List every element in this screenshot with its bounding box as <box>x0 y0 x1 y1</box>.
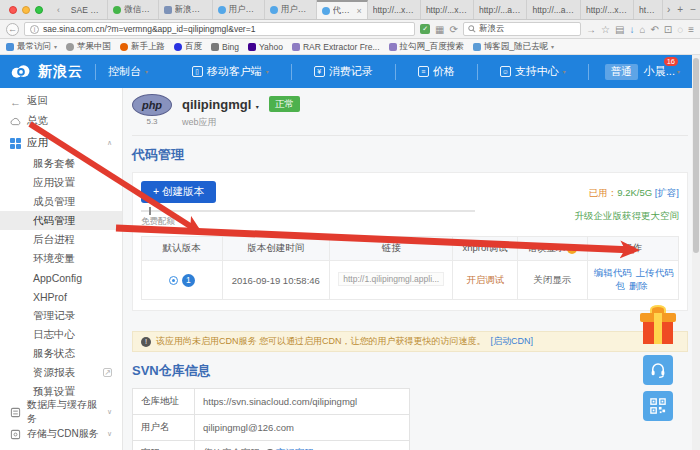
tab-wechat[interactable]: 微信公众... <box>108 0 158 19</box>
tab-overflow-icon[interactable]: › <box>667 4 670 15</box>
qr-code-button[interactable] <box>643 391 673 421</box>
bookmark-baidu[interactable]: 百度 <box>174 41 202 53</box>
sidebar-back[interactable]: ← 返回 <box>0 88 122 110</box>
tab-user-center-1[interactable]: 用户中心 ... <box>213 0 265 19</box>
bookmark-cnblogs-folder[interactable]: 博客园_随已去呢▾ <box>473 41 554 53</box>
downloads-icon[interactable]: ↓ <box>629 24 634 35</box>
mobile-client-menu[interactable]: ▯ 移动客户端 ▾ <box>182 64 279 79</box>
back-icon[interactable]: ← <box>6 23 19 36</box>
sidebar-item-member-management[interactable]: 成员管理 <box>0 192 122 211</box>
chevron-down-icon[interactable]: ▾ <box>256 104 259 110</box>
yahoo-icon <box>248 43 256 51</box>
sidebar-item-resource-report[interactable]: 资源报表↗ <box>0 363 122 382</box>
search-input[interactable]: 新浪云 <box>463 22 581 36</box>
error-display-state[interactable]: 关闭显示 <box>517 261 587 300</box>
bookmark-getting-started[interactable]: 新手上路 <box>120 41 165 53</box>
sidebar-item-service-status[interactable]: 服务状态 <box>0 344 122 363</box>
customer-service-button[interactable] <box>643 355 673 385</box>
tab-scroll-left-icon[interactable]: ‹ <box>51 0 66 19</box>
sidebar-group-database-cache[interactable]: 数据库与缓存服务 ∨ <box>0 401 122 423</box>
sidebar-item-code-management[interactable]: 代码管理 <box>0 211 122 230</box>
tab-sae-editor[interactable]: SAE Editor <box>66 0 108 19</box>
minimize-window-button[interactable] <box>22 6 30 14</box>
chevron-down-icon: ∨ <box>107 430 112 438</box>
star-icon[interactable]: ☆ <box>601 24 610 35</box>
item-label: 成员管理 <box>33 195 75 209</box>
sidebar-item-xhprof[interactable]: XHProf <box>0 287 122 306</box>
tab-xin-php-1[interactable]: http://...xin.php <box>368 0 421 19</box>
sidebar-item-service-plan[interactable]: 服务套餐 <box>0 154 122 173</box>
username: 小晨... <box>644 64 675 79</box>
menu-icon[interactable]: ≡ <box>688 24 694 35</box>
bookmark-rar-extractor[interactable]: RAR Extractor Fre... <box>292 42 380 52</box>
fullscreen-icon[interactable]: ⊡ <box>664 24 672 35</box>
version-card: + 创建版本 已用：9.2K/5G [扩容] 免费配额 升级企业版获得更大空间 … <box>132 172 688 311</box>
password-value: 您的安全密码?忘记密码? <box>195 441 410 450</box>
tab-api-php-1[interactable]: http://...api.php <box>474 0 527 19</box>
sidebar-item-appconfig[interactable]: AppConfig <box>0 268 122 287</box>
bookmarks-icon[interactable]: ▤ <box>615 24 624 35</box>
sidebar-item-overview[interactable]: 总览 <box>0 110 122 132</box>
start-cdn-link[interactable]: [启动CDN] <box>491 335 534 348</box>
xhprof-toggle-link[interactable]: 开启调试 <box>466 274 504 285</box>
bookmark-yahoo[interactable]: Yahoo <box>248 42 283 52</box>
upgrade-enterprise-link[interactable]: 升级企业版获得更大空间 <box>575 210 680 223</box>
tab-xin-php-3[interactable]: http://...xin.php <box>581 0 634 19</box>
minimize-icon[interactable]: − <box>690 4 696 15</box>
app-name[interactable]: qilipingmgl <box>182 97 251 112</box>
console-menu[interactable]: 控制台 ▾ <box>108 64 148 79</box>
tab-xin-php-2[interactable]: http://...xin.php <box>421 0 474 19</box>
tab-api-php-2[interactable]: http://...api.php <box>527 0 580 19</box>
gift-promo-icon[interactable] <box>640 305 676 345</box>
sidebar-group-storage-cdn[interactable]: 存储与CDN服务 ∨ <box>0 423 122 445</box>
tab-code-management-active[interactable]: 代码管...× <box>317 0 368 19</box>
tab-partial[interactable]: http:... <box>634 0 663 19</box>
go-icon[interactable]: → <box>586 24 596 35</box>
notification-badge: 16 <box>664 57 678 66</box>
reload-icon[interactable]: ⟳ <box>450 24 458 35</box>
billing-link[interactable]: ¥ 消费记录 <box>304 64 383 79</box>
history-icon[interactable]: ↶ <box>650 24 658 35</box>
expand-quota-link[interactable]: [扩容] <box>655 187 679 198</box>
home-icon[interactable]: ⌂ <box>639 24 645 35</box>
sidebar-item-management-records[interactable]: 管理记录 <box>0 306 122 325</box>
bookmark-most-visited[interactable]: 最常访问▾ <box>6 41 57 53</box>
tab-close-icon[interactable]: × <box>355 6 361 16</box>
create-version-button[interactable]: + 创建版本 <box>141 181 216 203</box>
maximize-window-button[interactable] <box>35 6 43 14</box>
pricing-link[interactable]: ≡ 价格 <box>408 64 465 79</box>
php-logo: php <box>132 94 172 116</box>
default-version-radio[interactable] <box>169 276 178 285</box>
sidebar-item-background-process[interactable]: 后台进程 <box>0 230 122 249</box>
addon-icon[interactable]: ▦ <box>435 24 444 35</box>
support-icon: ☺ <box>500 66 511 77</box>
page-scrollbar[interactable] <box>692 55 700 450</box>
bookmark-bing[interactable]: Bing <box>211 42 239 52</box>
sidebar-item-app-settings[interactable]: 应用设置 <box>0 173 122 192</box>
plan-badge: 普通 <box>605 64 638 80</box>
bookmark-apple-china[interactable]: 苹果中国 <box>66 41 111 53</box>
table-row: 用户名 qilipingmgl@126.com <box>133 415 410 441</box>
brand[interactable]: 新浪云 <box>10 63 83 81</box>
support-center-menu[interactable]: ☺ 支持中心 ▾ <box>490 64 576 79</box>
address-input[interactable]: i sae.sina.com.cn/?m=vermng&app_id=qilip… <box>24 22 415 36</box>
tab-sinacloud-home[interactable]: 新浪云_首... <box>159 0 213 19</box>
scrollbar-thumb[interactable] <box>693 58 699 253</box>
shield-icon[interactable]: ✓ <box>420 24 430 34</box>
edit-code-link[interactable]: 编辑代码 <box>594 267 632 278</box>
app-type: web应用 <box>182 116 259 129</box>
delete-version-link[interactable]: 删除 <box>629 280 648 291</box>
new-tab-button[interactable]: + <box>677 4 683 15</box>
info-icon[interactable]: i <box>30 25 39 34</box>
profile-icon[interactable]: ◌ <box>677 24 683 35</box>
help-question-icon[interactable]: ? <box>567 244 577 254</box>
close-window-button[interactable] <box>9 6 17 14</box>
bookmark-lagou[interactable]: 拉勾网_百度搜索 <box>389 41 464 53</box>
sidebar-group-app[interactable]: 应用 ∧ <box>0 132 122 154</box>
user-menu[interactable]: 小晨... 16 ▾ <box>638 64 690 79</box>
version-link[interactable]: http://1.qilipingmgl.appli... <box>338 272 444 286</box>
sidebar-item-env-vars[interactable]: 环境变量 <box>0 249 122 268</box>
sidebar-item-log-center[interactable]: 日志中心 <box>0 325 122 344</box>
repo-address-value: https://svn.sinacloud.com/qilipingmgl <box>195 389 410 415</box>
tab-user-center-2[interactable]: 用户中心 ... <box>265 0 317 19</box>
